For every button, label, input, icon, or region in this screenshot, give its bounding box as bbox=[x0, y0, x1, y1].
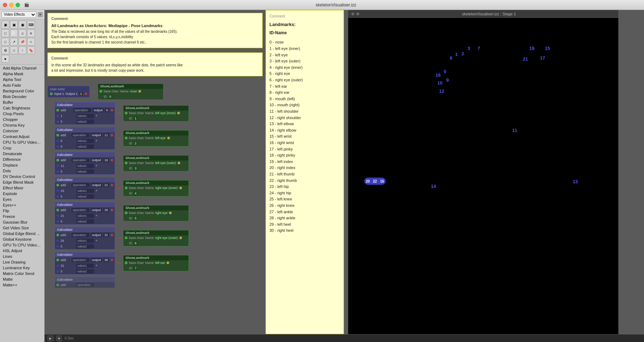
sidebar-item-matte[interactable]: Matte bbox=[0, 276, 44, 282]
cr4-plus[interactable]: + bbox=[96, 189, 98, 193]
sidebar-item-matte-plus[interactable]: Matte++ bbox=[0, 282, 44, 288]
cr6-plus[interactable]: + bbox=[96, 239, 98, 243]
sidebar-item-crop[interactable]: Crop bbox=[0, 145, 44, 151]
sidebar-item-chopper[interactable]: Chopper bbox=[0, 117, 44, 122]
lm-list-item: 16 - right wrist bbox=[269, 140, 340, 146]
calc-node-4[interactable]: Calculator add operation output 21 bbox=[55, 177, 115, 200]
cr5-port2 bbox=[56, 214, 59, 217]
stage-canvas[interactable]: 202216081237910111213141516171921 bbox=[348, 18, 618, 334]
lm-list-item: 2 - left eye bbox=[269, 52, 340, 58]
cr2-plus[interactable]: + bbox=[96, 139, 98, 143]
sln2-id-val: 2 bbox=[134, 141, 138, 146]
show-landmark-3[interactable]: ShowLandmark base chan Name left eye (ou… bbox=[123, 155, 189, 172]
sln6-id-label: ID bbox=[125, 241, 132, 245]
sidebar-item-live-drawing[interactable]: Live Drawing bbox=[0, 259, 44, 265]
icon-btn-12[interactable]: ÷ bbox=[27, 38, 35, 46]
sidebar-item-colorizer[interactable]: Colorizer bbox=[0, 128, 44, 134]
sidebar-item-matrix-color[interactable]: Matrix Color Send bbox=[0, 271, 44, 276]
cr5-plus[interactable]: + bbox=[96, 214, 98, 218]
stage-ctrl-1[interactable] bbox=[351, 12, 355, 16]
sidebar-item-chroma-key[interactable]: Chroma Key bbox=[0, 122, 44, 128]
icon-btn-4[interactable]: ⌨ bbox=[27, 21, 35, 29]
icon-btn-14[interactable]: □ bbox=[10, 46, 18, 54]
icon-btn-13[interactable]: ⚙ bbox=[1, 46, 9, 54]
sidebar-item-luminance-key[interactable]: Luminance Key bbox=[0, 265, 44, 271]
sidebar-item-alpha-tool[interactable]: Alpha Tool bbox=[0, 77, 44, 82]
sidebar-item-auto-fade[interactable]: Auto Fade bbox=[0, 82, 44, 88]
cr1-plus[interactable]: + bbox=[96, 114, 98, 118]
show-landmark-nose[interactable]: ShowLandmark base chan Name nose ID 0 bbox=[98, 83, 164, 100]
icon-btn-1[interactable]: ▣ bbox=[1, 21, 9, 29]
sidebar-item-global-keystone[interactable]: Global Keystone bbox=[0, 236, 44, 242]
sidebar-item-chop-pixels[interactable]: Chop Pixels bbox=[0, 111, 44, 117]
sidebar-item-gpu-cpu[interactable]: GPU To CPU Video Cor bbox=[0, 242, 44, 248]
show-landmark-7[interactable]: ShowLandmark base chan Name left ear ID bbox=[123, 255, 189, 271]
sidebar-item-alpha-mask[interactable]: Alpha Mask bbox=[0, 71, 44, 77]
lm-list-item: 18 - right pinky bbox=[269, 152, 340, 159]
sidebar-item-bg-color[interactable]: Background Color bbox=[0, 88, 44, 94]
sidebar-item-lines[interactable]: Lines bbox=[0, 254, 44, 259]
sidebar-item-freeze[interactable]: Freeze bbox=[0, 214, 44, 219]
icon-btn-10[interactable]: ↗ bbox=[10, 38, 18, 46]
sidebar-item-global-edge[interactable]: Global Edge Blend Ma bbox=[0, 231, 44, 236]
show-landmark-1[interactable]: ShowLandmark base chan Name left eye (in… bbox=[123, 105, 189, 122]
stage-dot-cluster: 202216 bbox=[364, 178, 386, 185]
sidebar-item-dots[interactable]: Dots bbox=[0, 168, 44, 174]
user-actor-node[interactable]: User Actor Input 1 Output 1 1 bbox=[47, 86, 90, 98]
icon-btn-5[interactable]: □ bbox=[1, 29, 9, 37]
show-landmark-5[interactable]: ShowLandmark base chan Name right eye I bbox=[123, 205, 189, 221]
sln2-name-label: Name bbox=[145, 136, 154, 140]
stop-btn[interactable]: ■ bbox=[56, 336, 62, 341]
sidebar-item-eyes-plus[interactable]: Eyes++ bbox=[0, 202, 44, 208]
sidebar-item-desaturate[interactable]: Desaturate bbox=[0, 151, 44, 157]
sidebar-item-edge-blend[interactable]: Edge Blend Mask bbox=[0, 179, 44, 185]
play-btn[interactable]: ▶ bbox=[47, 336, 53, 341]
close-button[interactable] bbox=[3, 3, 7, 7]
icon-btn-8[interactable]: ≡ bbox=[27, 29, 35, 37]
icon-btn-16[interactable]: 🔖 bbox=[27, 46, 35, 54]
sidebar-item-explode[interactable]: Explode bbox=[0, 191, 44, 196]
sidebar-item-dv-device[interactable]: DV Device Control bbox=[0, 174, 44, 179]
show-landmark-6[interactable]: ShowLandmark base chan Name right eye (o… bbox=[123, 230, 189, 246]
sidebar-dropdown[interactable]: Video Effects bbox=[1, 11, 36, 18]
sidebar-item-effect-mixer[interactable]: Effect Mixer bbox=[0, 185, 44, 191]
icon-btn-3[interactable]: ▣ bbox=[19, 21, 26, 29]
sidebar-item-flip[interactable]: Flip bbox=[0, 208, 44, 214]
icon-btn-7[interactable]: ♫ bbox=[19, 29, 26, 37]
calc-node-3[interactable]: Calculator add operation output 16 bbox=[55, 152, 115, 175]
sidebar-item-hsl-adjust[interactable]: HSL Adjust bbox=[0, 248, 44, 254]
cr3-plus[interactable]: + bbox=[96, 164, 98, 168]
calc-node-1[interactable]: Calculator add operation output 6 bbox=[55, 102, 115, 125]
icon-btn-2[interactable]: ▣ bbox=[10, 21, 18, 29]
sidebar-item-eyes[interactable]: Eyes bbox=[0, 196, 44, 202]
sln7-basechan: base chan bbox=[129, 261, 144, 265]
icon-btn-11[interactable]: 📌 bbox=[19, 38, 26, 46]
sidebar-item-difference[interactable]: Difference bbox=[0, 157, 44, 162]
icon-btn-9[interactable]: □ bbox=[1, 38, 9, 46]
calc-node-5[interactable]: Calculator add operation output 26 bbox=[55, 202, 115, 225]
icon-btn-17[interactable]: ♥ bbox=[1, 55, 9, 63]
show-landmark-2[interactable]: ShowLandmark base chan Name left eye ID bbox=[123, 130, 189, 147]
sidebar-item-blob-decoder[interactable]: Blob Decoder bbox=[0, 94, 44, 99]
calc-node-partial[interactable]: Calculator add operation bbox=[55, 277, 115, 288]
icon-btn-15[interactable]: ↑ bbox=[19, 46, 26, 54]
minimize-button[interactable] bbox=[9, 3, 14, 7]
sidebar-close-btn[interactable]: ✕ bbox=[38, 12, 43, 17]
calc-node-7[interactable]: Calculator add operation output 36 bbox=[55, 252, 115, 275]
sidebar-item-calc-brightness[interactable]: Calc Brightness bbox=[0, 105, 44, 111]
sidebar-item-contrast-adjust[interactable]: Contrast Adjust bbox=[0, 134, 44, 139]
sidebar-item-gaussian-blur[interactable]: Gaussian Blur bbox=[0, 219, 44, 225]
stage-ctrl-2[interactable] bbox=[356, 12, 360, 16]
sidebar-item-cpu-gpu[interactable]: CPU To GPU Video Cor bbox=[0, 139, 44, 145]
sidebar-item-get-video-size[interactable]: Get Video Size bbox=[0, 225, 44, 231]
sidebar-item-add-alpha[interactable]: Add Alpha Channel bbox=[0, 65, 44, 71]
show-landmark-4[interactable]: ShowLandmark base chan Name right eye (i… bbox=[123, 180, 189, 196]
maximize-button[interactable] bbox=[16, 3, 20, 7]
calc-node-2[interactable]: Calculator add operation output 11 bbox=[55, 127, 115, 150]
cr7-plus[interactable]: + bbox=[96, 264, 98, 267]
sidebar-item-buffer[interactable]: Buffer bbox=[0, 99, 44, 105]
icon-btn-6[interactable]: ⬜ bbox=[10, 29, 18, 37]
cr5-v2: 5 bbox=[61, 220, 75, 223]
calc-node-6[interactable]: Calculator add operation output 31 bbox=[55, 227, 115, 250]
sidebar-item-displace[interactable]: Displace bbox=[0, 162, 44, 168]
